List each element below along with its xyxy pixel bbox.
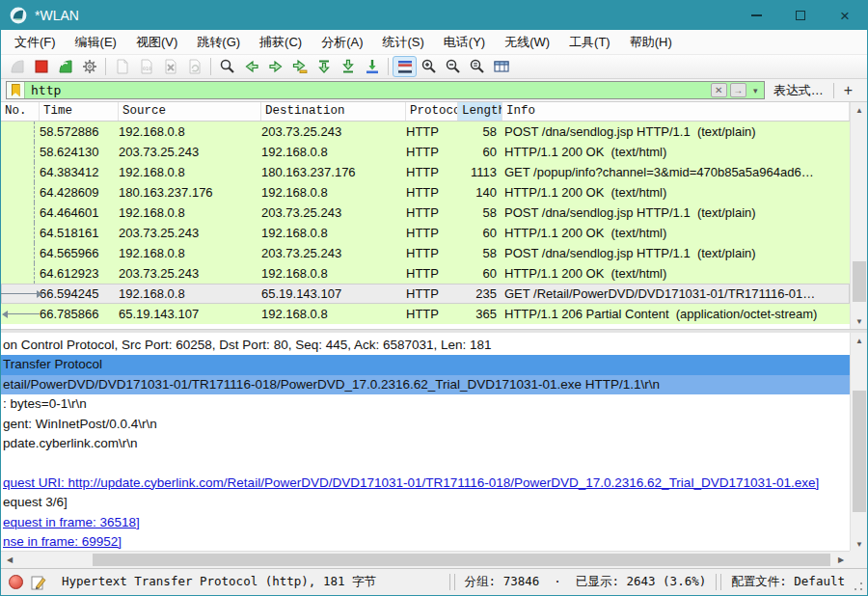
packet-row-3[interactable]: 64.383412 192.168.0.8 180.163.237.176 HT…: [1, 162, 850, 182]
packet-row-9[interactable]: 66.594245 192.168.0.8 65.19.143.107 HTTP…: [1, 284, 850, 304]
status-bar: Hypertext Transfer Protocol (http), 181 …: [1, 568, 867, 595]
row-marker: [1, 162, 40, 182]
filter-add-button[interactable]: +: [834, 82, 862, 99]
scroll-up-icon[interactable]: ▲: [851, 333, 868, 349]
detail-link-line-8[interactable]: quest URI: http://update.cyberlink.com/R…: [1, 474, 850, 493]
scroll-right-icon[interactable]: ▶: [832, 552, 850, 568]
row-marker: [1, 142, 40, 162]
row-marker: [1, 182, 40, 203]
packet-row-6[interactable]: 64.518161 203.73.25.243 192.168.0.8 HTTP…: [1, 223, 850, 243]
detail-hscrollbar[interactable]: ◀ ▶: [1, 551, 850, 568]
detail-line-2[interactable]: Transfer Protocol: [1, 355, 850, 374]
detail-line-1[interactable]: on Control Protocol, Src Port: 60258, Ds…: [1, 336, 850, 355]
row-marker: [1, 284, 40, 304]
menu-item-1[interactable]: 文件(F): [5, 30, 66, 55]
go-forward-icon[interactable]: [263, 56, 287, 77]
go-first-icon[interactable]: [312, 56, 336, 77]
colorize-packets-icon[interactable]: [393, 56, 417, 77]
scroll-left-icon[interactable]: ◀: [1, 552, 18, 568]
packet-list-header: No. Time Source Destination Protocol Len…: [1, 102, 850, 122]
find-packet-icon[interactable]: [215, 56, 239, 77]
menu-item-9[interactable]: 无线(W): [495, 30, 559, 55]
status-profile[interactable]: 配置文件: Default: [723, 574, 853, 590]
stop-capture-icon[interactable]: [29, 56, 53, 77]
scrollbar-thumb[interactable]: [853, 261, 866, 302]
detail-scrollbar[interactable]: ▲ ▼: [850, 333, 867, 553]
filter-bookmark-icon[interactable]: [7, 82, 25, 98]
resize-grip[interactable]: [853, 581, 864, 592]
main-toolbar: 010: [1, 55, 867, 79]
packet-row-4[interactable]: 64.428609 180.163.237.176 192.168.0.8 HT…: [1, 182, 850, 203]
detail-link-line-10[interactable]: equest in frame: 36518]: [1, 513, 850, 532]
detail-line-3[interactable]: etail/PowerDVD/DVD171031-01/TR171116-018…: [1, 375, 850, 394]
row-marker: [1, 263, 40, 284]
detail-line-6[interactable]: pdate.cyberlink.com\r\n: [1, 434, 850, 453]
scrollbar-thumb[interactable]: [93, 554, 830, 566]
col-length[interactable]: Length: [458, 102, 502, 121]
menu-item-11[interactable]: 帮助(H): [620, 30, 682, 55]
auto-scroll-icon[interactable]: [360, 56, 384, 77]
zoom-reset-icon[interactable]: [465, 56, 489, 77]
col-destination[interactable]: Destination: [261, 102, 406, 121]
packet-list-scrollbar[interactable]: ▲ ▼: [850, 102, 867, 330]
wireshark-window: *WLAN × 文件(F)编辑(E)视图(V)跳转(G)捕获(C)分析(A)统计…: [0, 0, 868, 596]
menu-item-5[interactable]: 捕获(C): [250, 30, 312, 55]
row-marker: [1, 203, 40, 223]
detail-line-7[interactable]: [1, 453, 850, 473]
col-no[interactable]: No.: [1, 102, 40, 121]
detail-link-line-11[interactable]: nse in frame: 69952]: [1, 532, 850, 552]
maximize-button[interactable]: [778, 1, 823, 30]
packet-row-5[interactable]: 64.464601 192.168.0.8 203.73.25.243 HTTP…: [1, 203, 850, 223]
menu-item-3[interactable]: 视图(V): [126, 30, 187, 55]
packet-row-10[interactable]: 66.785866 65.19.143.107 192.168.0.8 HTTP…: [1, 304, 850, 324]
col-protocol[interactable]: Protocol: [406, 102, 458, 121]
expression-button[interactable]: 表达式…: [773, 82, 824, 99]
go-last-icon[interactable]: [336, 56, 360, 77]
filter-apply-icon[interactable]: →: [730, 83, 746, 97]
scroll-down-icon[interactable]: ▼: [851, 313, 868, 330]
go-to-packet-icon[interactable]: [287, 56, 312, 77]
filter-value[interactable]: http: [31, 83, 711, 97]
capture-comment-icon[interactable]: [31, 575, 46, 590]
reload-file-icon[interactable]: [182, 56, 206, 77]
scrollbar-corner: [850, 551, 867, 568]
col-source[interactable]: Source: [119, 102, 261, 121]
detail-line-5[interactable]: gent: WinInetPost/0.0.4\r\n: [1, 415, 850, 434]
filter-dropdown-icon[interactable]: ▾: [749, 83, 762, 97]
capture-options-icon[interactable]: [77, 56, 101, 77]
menu-item-10[interactable]: 工具(T): [559, 30, 620, 55]
zoom-in-icon[interactable]: [417, 56, 441, 77]
display-filter-input[interactable]: http ✕ → ▾: [6, 81, 765, 99]
go-back-icon[interactable]: [239, 56, 263, 77]
svg-text:010: 010: [143, 66, 151, 71]
restart-capture-icon[interactable]: [53, 56, 77, 77]
packet-row-8[interactable]: 64.612923 203.73.25.243 192.168.0.8 HTTP…: [1, 263, 850, 284]
scroll-up-icon[interactable]: ▲: [851, 102, 868, 119]
expert-info-icon[interactable]: [9, 575, 23, 589]
menu-item-7[interactable]: 统计(S): [372, 30, 433, 55]
resize-columns-icon[interactable]: [489, 56, 513, 77]
filter-clear-icon[interactable]: ✕: [711, 83, 727, 97]
menu-item-6[interactable]: 分析(A): [312, 30, 372, 55]
menu-item-4[interactable]: 跳转(G): [187, 30, 250, 55]
scrollbar-thumb[interactable]: [853, 391, 866, 512]
detail-line-4[interactable]: : bytes=0-1\r\n: [1, 394, 850, 414]
detail-line-9[interactable]: equest 3/6]: [1, 493, 850, 512]
open-file-icon[interactable]: [110, 56, 134, 77]
row-marker: [1, 223, 40, 243]
packet-row-2[interactable]: 58.624130 203.73.25.243 192.168.0.8 HTTP…: [1, 142, 850, 162]
close-button[interactable]: ×: [823, 1, 867, 30]
menu-item-2[interactable]: 编辑(E): [66, 30, 126, 55]
packet-row-1[interactable]: 58.572886 192.168.0.8 203.73.25.243 HTTP…: [1, 122, 850, 142]
minimize-button[interactable]: [734, 1, 778, 30]
col-time[interactable]: Time: [40, 102, 119, 121]
save-file-icon[interactable]: 010: [134, 56, 158, 77]
start-capture-icon[interactable]: [5, 56, 29, 77]
col-info[interactable]: Info: [502, 102, 850, 121]
close-file-icon[interactable]: [158, 56, 182, 77]
packet-row-7[interactable]: 64.565966 192.168.0.8 203.73.25.243 HTTP…: [1, 243, 850, 263]
title-bar: *WLAN ×: [1, 1, 867, 30]
menu-item-8[interactable]: 电话(Y): [434, 30, 495, 55]
zoom-out-icon[interactable]: [441, 56, 465, 77]
wireshark-logo-icon: [10, 7, 27, 24]
